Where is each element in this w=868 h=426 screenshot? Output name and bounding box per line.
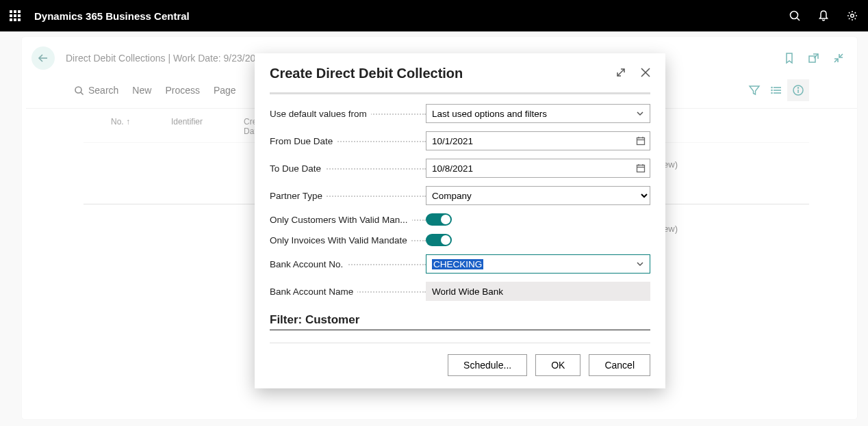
defaults-label: Use default values from <box>270 109 371 119</box>
expand-icon[interactable] <box>615 66 627 81</box>
to-date-value: 10/8/2021 <box>432 163 473 174</box>
search-icon[interactable] <box>789 10 801 22</box>
svg-point-0 <box>791 12 798 19</box>
app-launcher-icon[interactable] <box>10 10 21 21</box>
filter-heading: Filter: Customer <box>270 313 650 330</box>
product-title: Dynamics 365 Business Central <box>34 10 190 22</box>
svg-rect-25 <box>637 165 645 172</box>
chevron-down-icon <box>636 260 644 268</box>
svg-point-2 <box>851 14 854 18</box>
to-date-field[interactable]: 10/8/2021 <box>426 159 650 178</box>
calendar-icon <box>636 163 646 173</box>
partner-type-select[interactable]: Company <box>426 186 650 205</box>
gear-icon[interactable] <box>846 10 858 22</box>
chevron-down-icon <box>636 109 644 118</box>
schedule-button[interactable]: Schedule... <box>448 354 527 376</box>
cancel-button[interactable]: Cancel <box>589 354 650 376</box>
valid-invoices-toggle[interactable] <box>426 234 452 246</box>
bell-icon[interactable] <box>817 10 830 22</box>
bank-name-label: Bank Account Name <box>270 287 357 297</box>
from-date-value: 10/1/2021 <box>432 136 473 146</box>
bank-no-field[interactable]: CHECKING <box>426 254 650 274</box>
to-date-label: To Due Date <box>270 163 325 174</box>
create-collection-dialog: Create Direct Debit Collection Use defau… <box>255 53 665 388</box>
defaults-dropdown[interactable]: Last used options and filters <box>426 104 650 123</box>
close-icon[interactable] <box>639 66 652 81</box>
bank-no-label: Bank Account No. <box>270 259 347 269</box>
partner-type-label: Partner Type <box>270 191 327 201</box>
top-bar: Dynamics 365 Business Central <box>0 0 868 31</box>
svg-line-1 <box>797 18 800 21</box>
valid-invoices-label: Only Invoices With Valid Mandate <box>270 235 411 245</box>
svg-line-18 <box>617 69 624 76</box>
bank-name-value: World Wide Bank <box>426 282 650 301</box>
from-date-label: From Due Date <box>270 136 337 146</box>
valid-customers-label: Only Customers With Valid Man... <box>270 215 412 225</box>
defaults-value: Last used options and filters <box>432 109 547 119</box>
calendar-icon <box>636 136 646 146</box>
valid-customers-toggle[interactable] <box>426 213 452 226</box>
from-date-field[interactable]: 10/1/2021 <box>426 131 650 150</box>
dialog-title: Create Direct Debit Collection <box>270 66 463 81</box>
svg-rect-21 <box>637 138 645 145</box>
ok-button[interactable]: OK <box>535 354 580 376</box>
bank-no-value: CHECKING <box>432 259 483 269</box>
